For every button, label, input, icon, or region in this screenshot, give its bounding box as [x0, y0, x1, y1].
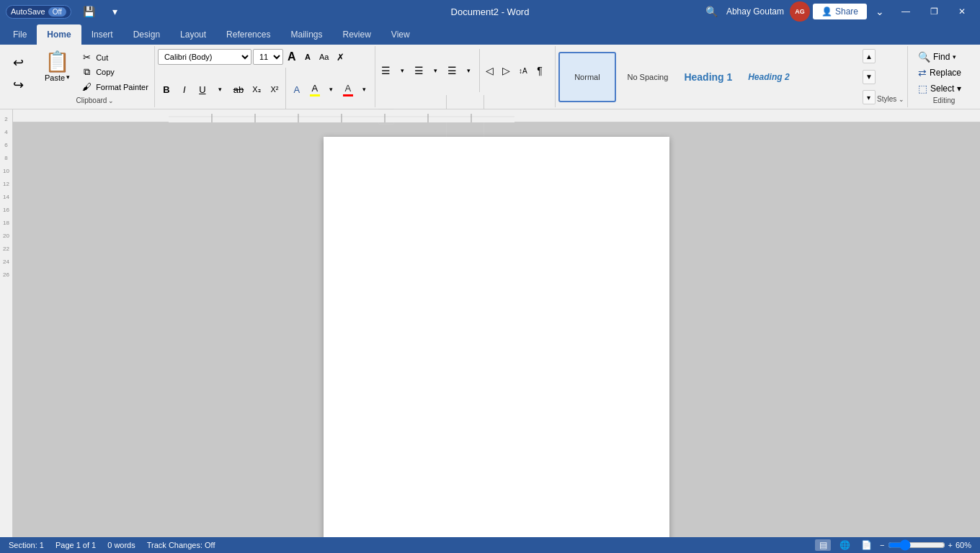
zoom-in-icon[interactable]: + — [948, 541, 953, 549]
tab-insert[interactable]: Insert — [81, 24, 123, 45]
tab-design[interactable]: Design — [123, 24, 170, 45]
bullets-button[interactable]: ☰ — [378, 63, 394, 78]
clear-format-button[interactable]: ✗ — [333, 49, 347, 65]
underline-button[interactable]: U — [194, 81, 211, 98]
zoom-slider[interactable] — [888, 539, 945, 551]
restore-button[interactable]: ❐ — [922, 4, 947, 19]
save-button[interactable]: 💾 — [77, 3, 101, 20]
tab-home[interactable]: Home — [37, 24, 81, 45]
font-color-button[interactable]: A — [339, 81, 357, 98]
dropdown-underline-icon[interactable]: ▾ — [212, 81, 229, 98]
replace-label: Replace — [930, 68, 961, 78]
cut-label: Cut — [96, 53, 108, 62]
cut-button[interactable]: ✂ Cut — [77, 50, 151, 64]
font-grow-button[interactable]: A — [285, 49, 299, 65]
superscript-button[interactable]: X² — [266, 81, 283, 98]
search-button[interactable]: 🔍 — [700, 3, 723, 20]
select-icon: ⬚ — [918, 83, 927, 94]
clipboard-group: 📋 Paste ▾ ✂ Cut ⧉ Copy 🖌 Format Painter — [36, 46, 155, 107]
autosave-state[interactable]: Off — [48, 7, 66, 17]
styles-expand-icon[interactable]: ⌄ — [899, 96, 904, 103]
numbering-button[interactable]: ☰ — [411, 63, 427, 78]
undo-button[interactable]: ↩ — [9, 52, 28, 73]
zoom-out-icon[interactable]: − — [880, 541, 884, 549]
font-size-select[interactable]: 11 — [253, 49, 283, 65]
paste-button[interactable]: 📋 Paste ▾ — [39, 49, 76, 85]
multilevel-dropdown[interactable]: ▾ — [461, 63, 477, 78]
format-painter-label: Format Painter — [96, 83, 148, 91]
clipboard-expand-icon[interactable]: ⌄ — [108, 97, 114, 104]
decrease-indent-button[interactable]: ◁ — [482, 63, 498, 78]
minimize-button[interactable]: — — [893, 4, 919, 19]
redo-button[interactable]: ↪ — [9, 74, 28, 96]
font-color-dropdown[interactable]: ▾ — [357, 81, 372, 97]
editing-group: 🔍 Find ▾ ⇄ Replace ⬚ Select ▾ Editing — [908, 46, 980, 107]
styles-scroll-up[interactable]: ▲ — [863, 49, 876, 63]
view-web-button[interactable]: 🌐 — [837, 539, 852, 551]
tab-references[interactable]: References — [216, 24, 280, 45]
zoom-level[interactable]: 60% — [956, 541, 971, 549]
view-read-button[interactable]: 📄 — [858, 539, 874, 551]
sort-button[interactable]: ↕A — [515, 63, 531, 78]
paste-dropdown-icon[interactable]: ▾ — [66, 73, 70, 81]
highlight-button[interactable]: A — [306, 81, 324, 98]
document-main — [13, 109, 980, 537]
font-shrink-button[interactable]: A — [300, 49, 315, 65]
highlight-dropdown[interactable]: ▾ — [324, 81, 339, 97]
style-no-spacing-preview: No Spacing — [627, 73, 668, 81]
close-button[interactable]: ✕ — [950, 4, 974, 19]
status-bar: Section: 1 Page 1 of 1 0 words Track Cha… — [0, 537, 980, 553]
multilevel-button[interactable]: ☰ — [445, 63, 460, 78]
strikethrough-button[interactable]: ab — [230, 81, 247, 98]
numbering-dropdown[interactable]: ▾ — [428, 63, 444, 78]
document-page[interactable] — [324, 137, 669, 537]
italic-button[interactable]: I — [176, 81, 193, 98]
copy-button[interactable]: ⧉ Copy — [77, 65, 151, 79]
autosave-label: AutoSave — [11, 7, 45, 16]
tab-review[interactable]: Review — [332, 24, 380, 45]
undo-group-label — [3, 104, 33, 106]
style-heading1[interactable]: Heading 1 — [680, 52, 737, 102]
format-painter-icon: 🖌 — [80, 81, 93, 92]
replace-button[interactable]: ⇄ Replace — [914, 65, 974, 81]
tab-view[interactable]: View — [381, 24, 420, 45]
style-heading2[interactable]: Heading 2 — [740, 52, 798, 102]
view-print-button[interactable]: ▤ — [815, 539, 831, 551]
share-button[interactable]: 👤 Share — [813, 4, 867, 19]
text-effect-button[interactable]: A — [288, 81, 306, 98]
style-normal[interactable]: Normal — [558, 52, 616, 102]
change-case-button[interactable]: Aa — [316, 49, 331, 65]
styles-group: Normal No Spacing Heading 1 Heading 2 ▲ … — [556, 46, 908, 107]
show-marks-button[interactable]: ¶ — [532, 63, 548, 78]
styles-more[interactable]: ▾ — [863, 90, 876, 104]
bullets-dropdown[interactable]: ▾ — [395, 63, 411, 78]
tab-layout[interactable]: Layout — [170, 24, 216, 45]
font-color-bar — [343, 94, 353, 96]
clipboard-label: Clipboard ⌄ — [39, 96, 151, 106]
select-button[interactable]: ⬚ Select ▾ — [914, 81, 974, 96]
status-left: Section: 1 Page 1 of 1 0 words Track Cha… — [9, 541, 215, 549]
ruler-svg — [169, 109, 514, 122]
style-no-spacing[interactable]: No Spacing — [619, 52, 677, 102]
subscript-button[interactable]: X₂ — [248, 81, 265, 98]
autosave-toggle[interactable]: AutoSave Off — [6, 5, 71, 19]
ruler-marks-vertical: 2 4 6 8 10 12 14 16 18 20 22 24 26 — [0, 109, 12, 281]
styles-scroll-down[interactable]: ▼ — [863, 70, 876, 84]
styles-gallery: Normal No Spacing Heading 1 Heading 2 — [558, 48, 861, 106]
tab-mailings[interactable]: Mailings — [280, 24, 332, 45]
dropdown-button[interactable]: ▾ — [107, 3, 123, 20]
font-color-icon: A — [345, 83, 352, 94]
bold-button[interactable]: B — [158, 81, 175, 98]
find-dropdown-icon[interactable]: ▾ — [953, 53, 956, 60]
ribbon-collapse-button[interactable]: ⌄ — [870, 3, 890, 20]
increase-indent-button[interactable]: ▷ — [499, 63, 514, 78]
tab-file[interactable]: File — [3, 24, 37, 45]
find-button[interactable]: 🔍 Find ▾ — [914, 49, 974, 65]
paste-label: Paste — [45, 73, 65, 82]
font-family-select[interactable]: Calibri (Body) — [158, 49, 251, 65]
format-painter-button[interactable]: 🖌 Format Painter — [77, 80, 151, 94]
style-heading1-preview: Heading 1 — [684, 71, 732, 83]
highlight-bar — [310, 94, 320, 96]
font-row1: Calibri (Body) 11 A A Aa ✗ — [158, 49, 347, 65]
track-changes[interactable]: Track Changes: Off — [147, 541, 215, 549]
